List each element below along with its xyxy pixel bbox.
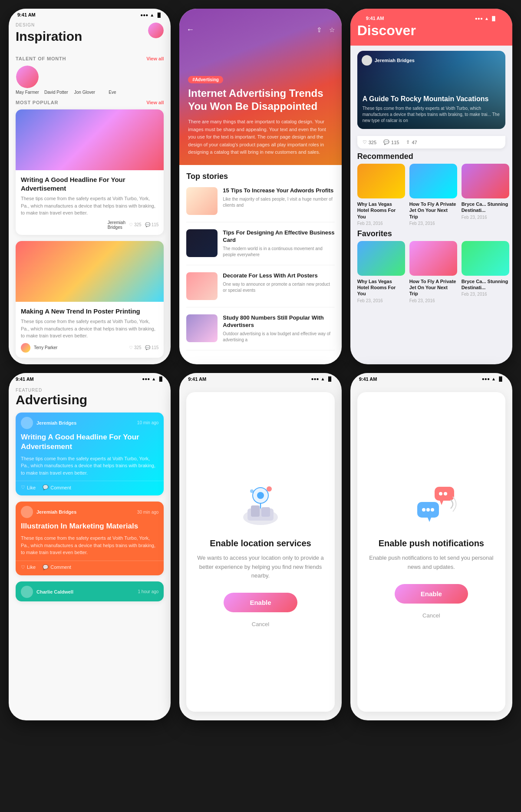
card-title-2: Making A New Trend In Poster Printing: [21, 307, 158, 316]
card-text-2: These tips come from the safety experts …: [21, 318, 158, 340]
story-text-3: One way to announce or promote a certain…: [223, 281, 334, 294]
favorites-label: Favorites: [350, 226, 512, 241]
feed-card-author-3: Charlie Caldwell: [36, 589, 73, 594]
talent-item[interactable]: David Potter: [44, 66, 68, 95]
story-item-1[interactable]: 15 Tips To Increase Your Adwords Profits…: [186, 187, 334, 222]
comment-button-1[interactable]: 💬 Comment: [43, 485, 71, 490]
fav-title-3: Bryce Ca... Stunning Destinati...: [462, 278, 509, 291]
story-thumb-4: [186, 314, 218, 342]
phone-advertising: ← ⇧ ☆ #Advertising Internet Advertising …: [179, 9, 341, 364]
feed-card-title-1: Writing A Good Headline For Your Adverti…: [16, 432, 164, 455]
svg-point-15: [422, 508, 425, 512]
back-icon[interactable]: ←: [186, 25, 194, 34]
feed-card-3[interactable]: Charlie Caldwell 1 hour ago: [16, 581, 164, 601]
time-4: 9:41 AM: [16, 376, 34, 382]
featured-likes: ♡ 325: [363, 139, 376, 145]
comment-button-2[interactable]: 💬 Comment: [43, 564, 71, 570]
rec-date-1: Feb 23, 2016: [357, 221, 405, 226]
notification-illustration: [405, 485, 457, 528]
notification-title: Enable push notifications: [379, 538, 484, 548]
signal-icon-6: ●●●: [482, 376, 490, 381]
feed-card-body-2: These tips come from the safety experts …: [16, 535, 164, 561]
fav-card-2[interactable]: How To Fly A Private Jet On Your Next Tr…: [409, 241, 457, 303]
wifi-icon-6: ▲: [491, 376, 496, 381]
signal-icon-4: ●●●: [142, 376, 150, 381]
featured-author-avatar: [362, 55, 372, 66]
story-title-2: Tips For Designing An Effective Business…: [223, 229, 334, 244]
talent-item[interactable]: Jon Glover: [73, 66, 96, 95]
card-title-1: Writing A Good Headline For Your Adverti…: [21, 175, 158, 192]
battery-icon-5: ▐▌: [326, 376, 333, 381]
page-title-1: Inspiration: [16, 29, 82, 44]
feed-card-time-1: 10 min ago: [137, 420, 158, 425]
svg-point-17: [431, 508, 434, 512]
hero-section: ← ⇧ ☆ #Advertising Internet Advertising …: [179, 9, 341, 165]
status-bar-3: 9:41 AM ●●● ▲ ▐▌: [357, 12, 505, 23]
fav-image-3: [462, 241, 509, 276]
wifi-icon-5: ▲: [321, 376, 325, 381]
stories-title: Top stories: [186, 172, 334, 181]
rec-title-1: Why Las Vegas Hotel Rooms For You: [357, 201, 405, 220]
story-item-2[interactable]: Tips For Designing An Effective Business…: [186, 229, 334, 265]
talent-item[interactable]: May Farmer: [16, 66, 39, 95]
rec-card-3[interactable]: Bryce Ca... Stunning Destinati... Feb 23…: [462, 164, 509, 226]
avatar-1: [148, 23, 164, 38]
phone-inspiration: 9:41 AM ●●● ▲ ▐▌ DESIGN Inspiration TALE…: [9, 9, 171, 364]
featured-comments: 💬 115: [383, 139, 399, 145]
location-title: Enable location services: [210, 538, 311, 548]
article-hero-title: Internet Advertising Trends You Won Be D…: [188, 87, 333, 113]
feed-card-avatar-1: [21, 417, 33, 429]
popular-view-all[interactable]: View all: [146, 100, 164, 105]
phone-feed: 9:41 AM ●●● ▲ ▐▌ FEATURED Advertising Je…: [9, 373, 171, 720]
fav-image-1: [357, 241, 405, 276]
svg-point-11: [439, 492, 442, 495]
rec-card-2[interactable]: How To Fly A Private Jet On Your Next Tr…: [409, 164, 457, 226]
status-bar-4: 9:41 AM ●●● ▲ ▐▌: [9, 373, 171, 385]
bookmark-icon[interactable]: ☆: [329, 26, 335, 34]
enable-notification-button[interactable]: Enable: [395, 584, 468, 604]
card-image-1: [16, 109, 164, 170]
enable-location-button[interactable]: Enable: [224, 593, 297, 612]
share-icon[interactable]: ⇧: [317, 26, 322, 34]
feed-card-title-2: Illustration In Marketing Materials: [16, 522, 164, 535]
story-title-4: Study 800 Numbers Still Popular With Adv…: [223, 314, 334, 329]
phone-discover: 9:41 AM ●●● ▲ ▐▌ Discover Jeremiah Bridg…: [350, 9, 512, 364]
fav-date-2: Feb 23, 2016: [409, 298, 457, 303]
story-item-3[interactable]: Decorate For Less With Art Posters One w…: [186, 272, 334, 307]
story-item-4[interactable]: Study 800 Numbers Still Popular With Adv…: [186, 314, 334, 350]
time-5: 9:41 AM: [188, 376, 206, 382]
battery-icon-6: ▐▌: [498, 376, 504, 381]
rec-date-2: Feb 23, 2016: [409, 221, 457, 226]
talent-item[interactable]: Eve: [101, 66, 124, 95]
time-6: 9:41 AM: [359, 376, 377, 382]
like-button-2[interactable]: ♡ Like: [21, 564, 36, 570]
signal-icon-5: ●●●: [311, 376, 319, 381]
feed-card-2[interactable]: Jeremiah Bridges 30 min ago Illustration…: [16, 502, 164, 575]
article-card-2[interactable]: Making A New Trend In Poster Printing Th…: [16, 241, 164, 358]
notification-text: Enable push notifications to let send yo…: [368, 554, 495, 572]
cancel-notification-button[interactable]: Cancel: [419, 609, 443, 622]
like-button-1[interactable]: ♡ Like: [21, 485, 36, 490]
feed-card-1[interactable]: Jeremiah Bridges 10 min ago Writing A Go…: [16, 413, 164, 496]
fav-title-1: Why Las Vegas Hotel Rooms For You: [357, 278, 405, 297]
talent-view-all[interactable]: View all: [146, 56, 164, 61]
featured-card[interactable]: Jeremiah Bridges A Guide To Rocky Mounta…: [357, 51, 505, 129]
fav-card-3[interactable]: Bryce Ca... Stunning Destinati... Feb 23…: [462, 241, 509, 303]
story-title-3: Decorate For Less With Art Posters: [223, 272, 334, 280]
talent-name-2: David Potter: [44, 90, 68, 95]
cancel-location-button[interactable]: Cancel: [248, 617, 273, 631]
article-card-1[interactable]: Writing A Good Headline For Your Adverti…: [16, 109, 164, 235]
discover-header: 9:41 AM ●●● ▲ ▐▌ Discover: [350, 9, 512, 46]
article-tag[interactable]: #Advertising: [188, 76, 223, 83]
story-title-1: 15 Tips To Increase Your Adwords Profits: [223, 187, 334, 195]
rec-card-1[interactable]: Why Las Vegas Hotel Rooms For You Feb 23…: [357, 164, 405, 226]
talent-label: TALENT OF MONTH: [16, 56, 66, 61]
recommended-label: Recommended: [350, 149, 512, 164]
status-bar-1: 9:41 AM ●●● ▲ ▐▌: [9, 9, 171, 19]
talent-row: May Farmer David Potter Jon Glover Eve: [16, 66, 164, 95]
fav-card-1[interactable]: Why Las Vegas Hotel Rooms For You Feb 23…: [357, 241, 405, 303]
wifi-icon-4: ▲: [152, 376, 156, 381]
recommended-cards: Why Las Vegas Hotel Rooms For You Feb 23…: [350, 164, 512, 226]
talent-name-3: Jon Glover: [73, 90, 96, 95]
article-nav: ← ⇧ ☆: [179, 22, 341, 38]
